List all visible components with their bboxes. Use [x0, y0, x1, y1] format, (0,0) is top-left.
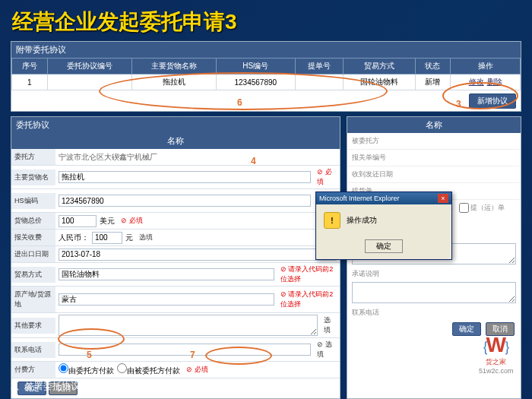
origin-input[interactable] — [59, 293, 274, 306]
hs-input[interactable] — [59, 195, 311, 207]
list-item: 报关单编号 — [347, 150, 521, 166]
form-header: 委托协议 — [11, 117, 340, 133]
add-agreement-button[interactable]: 新增协议 — [469, 93, 516, 109]
table-row: 1拖拉机1234567890国轮油物料新增 修改删除 — [12, 74, 521, 90]
promise-ta[interactable] — [352, 282, 516, 303]
chk[interactable] — [459, 203, 469, 213]
annot-3: 3 — [456, 99, 461, 109]
delete-link[interactable]: 删除 — [487, 78, 502, 86]
dialog-ok-button[interactable]: 确定 — [365, 239, 403, 253]
other-textarea[interactable] — [59, 315, 318, 336]
attached-header: 附带委托协议 — [11, 42, 521, 58]
close-icon[interactable]: × — [438, 194, 448, 203]
trade-input[interactable] — [59, 268, 274, 280]
date-input[interactable] — [59, 249, 337, 261]
entrustor-value: 宁波市北仑区大碶鑫宁机械厂 — [55, 150, 340, 164]
annot-6: 6 — [237, 97, 242, 108]
name-header: 名称 — [11, 133, 340, 149]
right-phone-label: 联系电话 — [347, 306, 521, 319]
dialog-title: Microsoft Internet Explorer — [319, 195, 400, 202]
right-name-header: 名称 — [347, 117, 521, 133]
list-item: 被委托方 — [347, 133, 521, 150]
logo: ｛W｛ 货之家51w2c.com — [474, 334, 518, 375]
phone-input[interactable] — [59, 344, 311, 356]
pay-opt1[interactable] — [59, 363, 68, 373]
footer-text: 2、签署委托协议： — [11, 380, 89, 393]
entrust-form: 委托协议 名称 委托方宁波市北仑区大碶鑫宁机械厂 主要货物名⊘ 必填 HS编码⊘… — [11, 116, 340, 399]
goods-input[interactable] — [59, 171, 311, 183]
warning-icon: ! — [324, 212, 340, 229]
fee-input[interactable] — [92, 232, 122, 244]
attached-table: 序号委托协议编号主要货物名称HS编号提单号贸易方式状态操作 1拖拉机123456… — [11, 58, 521, 90]
alert-dialog: Microsoft Internet Explorer× !操作成功 确定 — [315, 192, 452, 260]
page-title: 经营企业发起委托申请3 — [0, 0, 532, 41]
total-input[interactable] — [59, 215, 97, 227]
attached-panel: 附带委托协议 序号委托协议编号主要货物名称HS编号提单号贸易方式状态操作 1拖拉… — [11, 41, 521, 112]
annot-7: 7 — [190, 350, 195, 360]
promise-label: 承诺说明 — [347, 268, 521, 280]
table-header-row: 序号委托协议编号主要货物名称HS编号提单号贸易方式状态操作 — [12, 59, 521, 74]
annot-4: 4 — [251, 156, 256, 166]
dialog-msg: 操作成功 — [347, 215, 377, 226]
annot-5: 5 — [87, 350, 92, 360]
list-item: 收到发还日期 — [347, 166, 521, 183]
pay-opt2[interactable] — [117, 363, 127, 373]
edit-link[interactable]: 修改 — [469, 78, 484, 86]
